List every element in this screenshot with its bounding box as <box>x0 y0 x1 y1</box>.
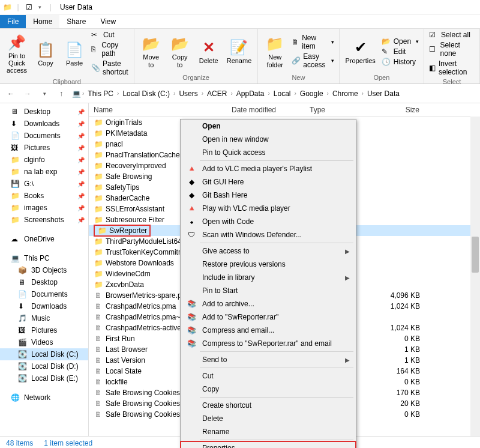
nav-item[interactable]: 🎬Videos <box>0 336 88 348</box>
nav-item[interactable]: 💽Local Disk (C:) <box>0 348 88 360</box>
nav-item[interactable]: ⬇Downloads📌 <box>0 118 88 130</box>
ctx-item[interactable]: Copy <box>181 383 356 396</box>
nav-item[interactable]: 🖼Pictures <box>0 324 88 336</box>
file-icon: 🗎 <box>94 312 103 322</box>
ctx-item[interactable]: 📚Add to "SwReporter.rar" <box>181 310 356 324</box>
nav-onedrive[interactable]: ☁OneDrive <box>0 233 88 245</box>
edit-button[interactable]: ✎Edit <box>380 47 420 56</box>
new-item-button[interactable]: 🗎New item▾ <box>290 33 335 51</box>
nav-item[interactable]: 📁clginfo📌 <box>0 154 88 166</box>
nav-item[interactable]: ⬇Downloads <box>0 300 88 312</box>
ctx-item[interactable]: Cut <box>181 369 356 383</box>
back-button[interactable]: ← <box>5 88 17 100</box>
crumb-item[interactable]: AppData <box>234 88 267 99</box>
select-all-button[interactable]: ☑Select all <box>428 30 476 40</box>
ctx-item[interactable]: Properties <box>181 441 356 448</box>
col-name[interactable]: Name <box>89 103 227 117</box>
copy-to-button[interactable]: 📂Copy to <box>167 30 193 73</box>
properties-button[interactable]: ✔Properties <box>343 30 378 73</box>
recent-dropdown[interactable]: ▾ <box>38 88 50 100</box>
nav-item[interactable]: 📁Books📌 <box>0 190 88 202</box>
copy-button[interactable]: 📋Copy <box>32 30 59 77</box>
col-type[interactable]: Type <box>305 103 371 117</box>
ctx-item[interactable]: Include in library▶ <box>181 271 356 284</box>
up-button[interactable]: ↑ <box>55 88 67 100</box>
delete-button[interactable]: ✕Delete <box>196 30 222 73</box>
ctx-item[interactable]: Create shortcut <box>181 399 356 412</box>
crumb-item[interactable]: ACER <box>205 88 229 99</box>
nav-item[interactable]: 💽Local Disk (E:) <box>0 372 88 384</box>
nav-item[interactable]: 📦3D Objects <box>0 264 88 276</box>
copy-path-button[interactable]: ⎘Copy path <box>90 40 130 58</box>
nav-item[interactable]: 📁na lab exp📌 <box>0 166 88 178</box>
scrollbar-thumb[interactable] <box>472 237 479 273</box>
nav-item[interactable]: 📄Documents📌 <box>0 130 88 142</box>
col-size[interactable]: Size <box>371 103 431 117</box>
ctx-item[interactable]: ⬥Open with Code <box>181 215 356 228</box>
pin-quick-access-button[interactable]: 📌Pin to Quick access <box>4 30 30 77</box>
nav-network[interactable]: 🌐Network <box>0 392 88 404</box>
rename-icon: 📝 <box>230 38 248 57</box>
qat-properties-icon[interactable]: ☑ <box>24 2 34 12</box>
open-button[interactable]: 📂Open▾ <box>380 37 420 46</box>
breadcrumb[interactable]: 💻 ›This PC›Local Disk (C:)›Users›ACER›Ap… <box>72 88 475 99</box>
nav-item[interactable]: 📁Screenshots📌 <box>0 214 88 226</box>
nav-item[interactable]: 🖥Desktop <box>0 276 88 288</box>
ctx-item[interactable]: Rename <box>181 425 356 438</box>
nav-item[interactable]: 📄Documents <box>0 288 88 300</box>
easy-access-button[interactable]: 🔗Easy access▾ <box>290 52 335 70</box>
ctx-item[interactable]: 🔺Add to VLC media player's Playlist <box>181 162 356 175</box>
nav-thispc[interactable]: 💻This PC <box>0 252 88 264</box>
history-button[interactable]: 🕓History <box>380 57 420 67</box>
ctx-item[interactable]: Pin to Start <box>181 284 356 297</box>
tab-view[interactable]: View <box>93 15 123 28</box>
new-folder-button[interactable]: 📁New folder <box>262 30 288 73</box>
crumb-item[interactable]: This PC <box>85 88 116 99</box>
ctx-item[interactable]: Open in new window <box>181 133 356 146</box>
ctx-icon: ◆ <box>185 190 197 200</box>
ctx-item[interactable]: Pin to Quick access <box>181 146 356 159</box>
crumb-item[interactable]: Local <box>271 88 293 99</box>
nav-item[interactable]: 💾G:\📌 <box>0 178 88 190</box>
nav-icon: 💾 <box>11 180 20 188</box>
crumb-item[interactable]: Google <box>298 88 326 99</box>
tab-file[interactable]: File <box>0 15 26 28</box>
ctx-item[interactable]: 🔺Play with VLC media player <box>181 202 356 215</box>
forward-button[interactable]: → <box>22 88 34 100</box>
ctx-item[interactable]: ◆Git GUI Here <box>181 175 356 189</box>
nav-item[interactable]: 💽Local Disk (D:) <box>0 360 88 372</box>
folder-icon: 📁 <box>94 129 103 138</box>
paste-shortcut-button[interactable]: 📎Paste shortcut <box>90 59 130 77</box>
nav-item[interactable]: 🎵Music <box>0 312 88 324</box>
paste-button[interactable]: 📄Paste <box>61 30 88 77</box>
ctx-item[interactable]: 🛡Scan with Windows Defender... <box>181 228 356 241</box>
ctx-item[interactable]: Restore previous versions <box>181 258 356 271</box>
crumb-item[interactable]: Users <box>176 88 200 99</box>
move-to-button[interactable]: 📂Move to <box>138 30 164 73</box>
ctx-item[interactable]: Delete <box>181 412 356 425</box>
invert-selection-button[interactable]: ◧Invert selection <box>428 59 476 77</box>
ctx-icon: ◆ <box>185 177 197 187</box>
ctx-item[interactable]: 📚Add to archive... <box>181 297 356 310</box>
cut-button[interactable]: ✂Cut <box>90 30 130 40</box>
tab-home[interactable]: Home <box>26 15 59 28</box>
crumb-item[interactable]: Chrome <box>330 88 361 99</box>
crumb-item[interactable]: Local Disk (C:) <box>120 88 172 99</box>
new-item-icon: 🗎 <box>292 38 299 46</box>
crumb-item[interactable]: User Data <box>365 88 402 99</box>
tab-share[interactable]: Share <box>59 15 93 28</box>
ctx-item[interactable]: 📚Compress to "SwReporter.rar" and email <box>181 337 356 350</box>
nav-item[interactable]: 🖼Pictures📌 <box>0 142 88 154</box>
qat-dropdown-icon[interactable]: ▾ <box>35 2 44 12</box>
ctx-item[interactable]: ◆Git Bash Here <box>181 189 356 202</box>
ctx-item[interactable]: Open <box>181 120 356 133</box>
ctx-item[interactable]: Give access to▶ <box>181 244 356 258</box>
nav-item[interactable]: 📁images📌 <box>0 202 88 214</box>
col-date[interactable]: Date modified <box>227 103 305 117</box>
select-none-button[interactable]: ☐Select none <box>428 40 476 58</box>
scrollbar[interactable] <box>470 117 480 436</box>
ctx-item[interactable]: Send to▶ <box>181 353 356 366</box>
nav-item[interactable]: 🖥Desktop📌 <box>0 106 88 118</box>
rename-button[interactable]: 📝Rename <box>224 30 254 73</box>
ctx-item[interactable]: 📚Compress and email... <box>181 324 356 337</box>
